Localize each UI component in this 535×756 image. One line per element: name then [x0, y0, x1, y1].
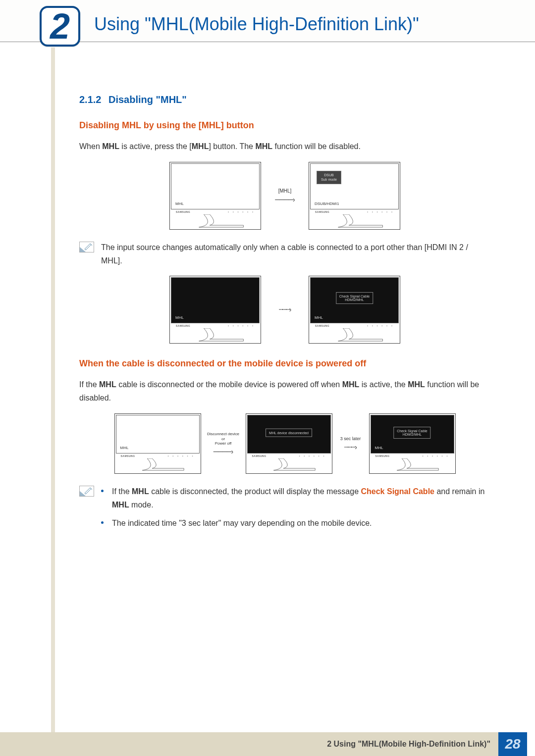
screen-label-mhl: MHL — [375, 446, 383, 450]
note-disconnect-behavior: If the MHL cable is disconnected, the pr… — [79, 485, 490, 535]
monitor-left-dark: MHL SAMSUNG• • • • • • — [169, 276, 261, 344]
section-number: 2.1.2 — [79, 94, 101, 105]
arrow-dashed: ┄┄┄› — [267, 305, 303, 313]
monitor-right-dark: Check Signal Cable HDMI2/MHL MHL SAMSUNG… — [309, 276, 400, 344]
monitor-left-white: MHL SAMSUNG• • • • • • — [169, 162, 261, 230]
arrow-3sec-later: 3 sec later ┄┄┄› — [335, 436, 366, 451]
brand-label: SAMSUNG — [315, 210, 329, 213]
bullet-3sec-varies: The indicated time "3 sec later" may var… — [101, 516, 490, 530]
monitor-seq-2: MHL device disconnected SAMSUNG• • • • •… — [246, 413, 332, 474]
screen-label-mhl: MHL — [315, 315, 323, 320]
page-content: 2.1.2 Disabling "MHL" Disabling MHL by u… — [79, 94, 490, 543]
brand-label: SAMSUNG — [176, 324, 190, 327]
brand-label: SAMSUNG — [315, 324, 329, 327]
note-input-source-auto: The input source changes automatically o… — [79, 241, 490, 267]
brand-label: SAMSUNG — [375, 454, 390, 457]
page-header: 2 Using "MHL(Mobile High-Definition Link… — [0, 0, 535, 42]
monitor-seq-3: Check Signal Cable HDMI2/MHL MHL SAMSUNG… — [369, 413, 456, 474]
screen-label-mhl: MHL — [120, 446, 129, 450]
note-text-list: If the MHL cable is disconnected, the pr… — [101, 485, 490, 535]
paragraph-press-mhl: When MHL is active, press the [MHL] butt… — [79, 140, 490, 153]
brand-label: SAMSUNG — [121, 454, 135, 457]
screen-badge-device-disconnected: MHL device disconnected — [266, 428, 312, 437]
chapter-number-badge: 2 — [40, 6, 80, 47]
diagram-disconnect-sequence: MHL SAMSUNG• • • • • • Disconnect device… — [74, 413, 495, 474]
bullet-check-signal-cable: If the MHL cable is disconnected, the pr… — [101, 485, 490, 511]
monitor-seq-1: MHL SAMSUNG• • • • • • — [114, 413, 201, 474]
note-icon — [79, 486, 94, 497]
screen-badge-check-cable: Check Signal Cable HDMI2/MHL — [336, 292, 373, 304]
monitor-stand-icon — [199, 214, 258, 228]
note-icon — [79, 242, 94, 252]
monitor-stand-icon — [142, 458, 197, 471]
screen-label-mhl: MHL — [175, 315, 184, 320]
arrow-disconnect: Disconnect device or Power off ────› — [204, 432, 243, 455]
monitor-right-white: DSUB Sub mode DSUB/HDMI1 SAMSUNG• • • • … — [309, 162, 400, 230]
monitor-stand-icon — [273, 458, 328, 471]
screen-label-mhl: MHL — [175, 202, 184, 206]
monitor-stand-icon — [338, 214, 397, 228]
screen-label-dsub-hdmi: DSUB/HDMI1 — [315, 202, 339, 206]
page-footer: 2 Using "MHL(Mobile High-Definition Link… — [0, 732, 535, 756]
footer-page-number: 28 — [498, 732, 527, 756]
screen-badge-dsub: DSUB Sub mode — [317, 171, 341, 184]
arrow-mhl-button: [MHL] ────› — [267, 188, 303, 203]
section-heading: 2.1.2 Disabling "MHL" — [79, 94, 490, 105]
note-text: The input source changes automatically o… — [101, 241, 490, 267]
brand-label: SAMSUNG — [252, 454, 267, 457]
chapter-title: Using "MHL(Mobile High-Definition Link)" — [94, 14, 419, 35]
paragraph-cable-disconnected: If the MHL cable is disconnected or the … — [79, 378, 490, 404]
monitor-stand-icon — [199, 328, 258, 342]
footer-chapter-label: 2 Using "MHL(Mobile High-Definition Link… — [327, 740, 490, 749]
subheading-cable-disconnected: When the cable is disconnected or the mo… — [79, 358, 490, 369]
diagram-check-signal-cable: MHL SAMSUNG• • • • • • ┄┄┄› Check Signal… — [79, 276, 490, 344]
monitor-stand-icon — [338, 328, 397, 342]
left-margin-rail — [51, 48, 55, 756]
screen-badge-check-cable: Check Signal Cable HDMI2/MHL — [393, 427, 430, 439]
diagram-mhl-button-press: MHL SAMSUNG• • • • • • [MHL] ────› DSUB … — [79, 162, 490, 230]
monitor-stand-icon — [397, 458, 451, 471]
subheading-disabling-by-button: Disabling MHL by using the [MHL] button — [79, 120, 490, 131]
section-title: Disabling "MHL" — [108, 94, 187, 105]
brand-label: SAMSUNG — [176, 210, 190, 213]
